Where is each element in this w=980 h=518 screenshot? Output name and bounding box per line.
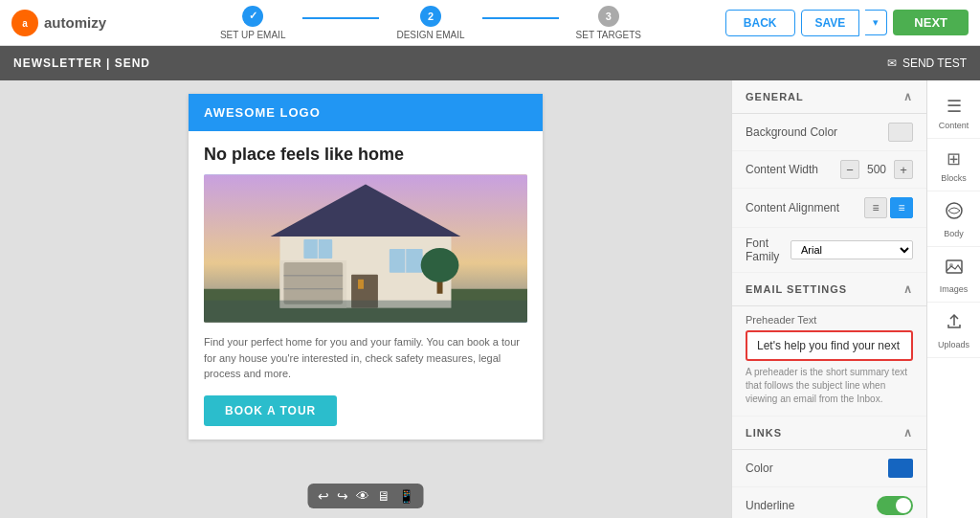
align-center-button[interactable]: ≡ [890, 197, 913, 218]
sidebar-item-uploads[interactable]: Uploads [927, 304, 980, 358]
svg-rect-11 [358, 280, 364, 289]
content-alignment-row: Content Alignment ≡ ≡ [732, 189, 926, 228]
images-label: Images [940, 284, 969, 294]
step-1-icon: ✓ [242, 6, 263, 27]
links-underline-row: Underline [732, 487, 926, 518]
step-2-icon: 2 [420, 6, 441, 27]
email-settings-title: EMAIL SETTINGS [746, 283, 847, 295]
general-title: GENERAL [746, 91, 804, 102]
email-settings-section-header[interactable]: EMAIL SETTINGS ∧ [732, 273, 926, 306]
svg-text:a: a [22, 18, 28, 29]
canvas-area[interactable]: AWESOME LOGO No place feels like home [0, 80, 731, 518]
content-width-control: − 500 + [840, 160, 913, 179]
main-layout: AWESOME LOGO No place feels like home [0, 80, 980, 518]
next-button[interactable]: NEXT [893, 10, 969, 35]
toggle-knob [896, 498, 911, 513]
content-alignment-buttons: ≡ ≡ [864, 197, 913, 218]
send-icon: ✉ [887, 56, 897, 70]
font-family-row: Font Family Arial Georgia Times New Roma… [732, 228, 926, 273]
links-title: LINKS [746, 427, 782, 439]
step-3-label: SET TARGETS [576, 30, 641, 40]
content-width-increase[interactable]: + [894, 160, 913, 179]
nav-buttons: BACK SAVE ▾ NEXT [725, 10, 969, 36]
links-color-label: Color [746, 462, 888, 475]
links-underline-label: Underline [746, 499, 877, 512]
font-family-label: Font Family [746, 236, 791, 263]
links-color-row: Color [732, 450, 926, 487]
preheader-label: Preheader Text [746, 314, 913, 326]
email-logo-header: AWESOME LOGO [189, 94, 543, 131]
svg-rect-7 [284, 262, 344, 304]
links-color-picker[interactable] [888, 459, 913, 478]
links-underline-toggle[interactable] [877, 496, 913, 515]
logo: a automizy [11, 10, 136, 36]
send-test-label: SEND TEST [902, 56, 967, 70]
content-width-row: Content Width − 500 + [732, 151, 926, 189]
content-width-decrease[interactable]: − [840, 160, 859, 179]
sidebar-item-images[interactable]: Images [927, 249, 980, 303]
content-icon: ☰ [947, 96, 962, 117]
preview-button[interactable]: 👁 [356, 488, 369, 504]
images-icon [945, 257, 964, 281]
book-tour-button[interactable]: BOOK A TOUR [204, 395, 337, 426]
email-settings-collapse-icon[interactable]: ∧ [903, 282, 913, 296]
canvas-toolbar: ↩ ↪ 👁 🖥 📱 [308, 484, 424, 508]
email-body: No place feels like home [189, 131, 543, 439]
sidebar-item-body[interactable]: Body [927, 193, 980, 247]
preheader-input-wrap [746, 330, 913, 361]
general-section-header[interactable]: GENERAL ∧ [732, 80, 926, 114]
logo-icon: a [11, 10, 38, 36]
step-1[interactable]: ✓ SET UP EMAIL [203, 6, 303, 40]
links-section-header[interactable]: LINKS ∧ [732, 417, 926, 450]
general-collapse-icon[interactable]: ∧ [903, 90, 913, 103]
back-button[interactable]: BACK [725, 10, 795, 36]
newsletter-label: NEWSLETTER | SEND [13, 56, 150, 70]
desktop-view-button[interactable]: 🖥 [377, 488, 390, 504]
redo-button[interactable]: ↪ [337, 488, 348, 504]
settings-panel: GENERAL ∧ Background Color Content Width… [732, 80, 926, 518]
email-title: No place feels like home [204, 145, 527, 165]
blocks-label: Blocks [941, 173, 967, 183]
preheader-box: Preheader Text A preheader is the short … [732, 306, 926, 417]
step-line-2 [482, 17, 559, 19]
sidebar-item-content[interactable]: ☰ Content [927, 88, 980, 139]
background-color-label: Background Color [746, 125, 888, 139]
body-label: Body [944, 229, 964, 238]
uploads-label: Uploads [938, 340, 969, 349]
preheader-hint-text: A preheader is the short summary text th… [746, 366, 913, 406]
blocks-icon: ⊞ [947, 148, 961, 169]
right-panel: GENERAL ∧ Background Color Content Width… [731, 80, 980, 518]
step-3-icon: 3 [598, 6, 619, 27]
uploads-icon [945, 312, 964, 336]
content-label: Content [939, 121, 969, 130]
top-nav: a automizy ✓ SET UP EMAIL 2 DESIGN EMAIL… [0, 0, 980, 46]
content-width-value: 500 [863, 163, 890, 176]
email-body-text: Find your perfect home for you and your … [204, 334, 527, 382]
font-family-select[interactable]: Arial Georgia Times New Roman [791, 240, 913, 259]
logo-text: automizy [44, 14, 106, 31]
undo-button[interactable]: ↩ [318, 488, 329, 504]
step-2-label: DESIGN EMAIL [396, 30, 464, 40]
body-icon [945, 201, 964, 225]
send-test-button[interactable]: ✉ SEND TEST [887, 56, 967, 70]
sidebar-item-blocks[interactable]: ⊞ Blocks [927, 141, 980, 191]
steps-area: ✓ SET UP EMAIL 2 DESIGN EMAIL 3 SET TARG… [147, 6, 714, 40]
second-bar: NEWSLETTER | SEND ✉ SEND TEST [0, 46, 980, 80]
preheader-text-input[interactable] [746, 330, 913, 361]
save-caret-button[interactable]: ▾ [865, 10, 887, 35]
step-3[interactable]: 3 SET TARGETS [559, 6, 658, 40]
links-collapse-icon[interactable]: ∧ [903, 426, 913, 439]
mobile-view-button[interactable]: 📱 [398, 488, 414, 504]
step-2[interactable]: 2 DESIGN EMAIL [379, 6, 481, 40]
align-left-button[interactable]: ≡ [864, 197, 887, 218]
content-width-label: Content Width [746, 163, 840, 176]
save-button[interactable]: SAVE [801, 10, 860, 36]
background-color-picker[interactable] [888, 123, 913, 142]
svg-rect-18 [204, 301, 527, 323]
background-color-row: Background Color [732, 114, 926, 151]
svg-point-17 [421, 248, 459, 282]
email-house-image [204, 174, 527, 323]
email-preview-card: AWESOME LOGO No place feels like home [189, 94, 543, 439]
far-right-sidebar: ☰ Content ⊞ Blocks Body [926, 80, 980, 518]
content-alignment-label: Content Alignment [746, 201, 864, 214]
